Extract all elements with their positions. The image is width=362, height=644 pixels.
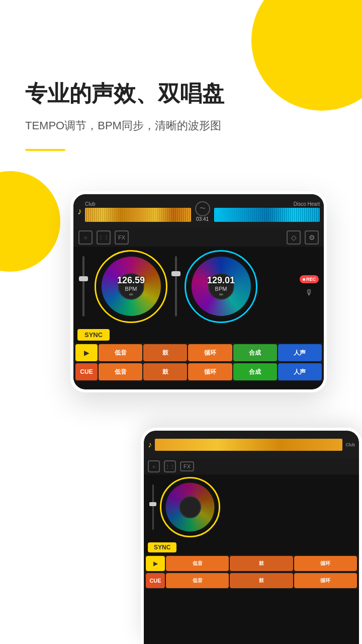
- fader-left[interactable]: [77, 251, 89, 321]
- dj2-fx-btn[interactable]: FX: [180, 461, 194, 471]
- music-note-icon: ♪: [77, 206, 82, 217]
- track-name-left: Club: [85, 201, 191, 207]
- dj2-play-button[interactable]: ▶: [146, 556, 165, 571]
- turntable-left[interactable]: 126.59 BPM ✏: [95, 250, 167, 323]
- dj2-controls-row: ○ ⋮⋮ FX: [144, 458, 359, 474]
- dj2-sync-area: SYNC: [144, 540, 359, 555]
- pad-synth-1[interactable]: 合成: [233, 344, 277, 361]
- fader-track-left: [82, 256, 84, 316]
- waveform-bar: ♪ Club 〜 03:41 Disco Heart: [73, 194, 324, 228]
- bpm-display-left: 126.59 BPM ✏: [117, 275, 145, 297]
- fader-handle-left: [79, 276, 88, 281]
- dj2-waveform-bar: ♪ Club: [144, 431, 359, 458]
- dj2-sync-button[interactable]: SYNC: [148, 542, 176, 552]
- turntables-area: 126.59 BPM ✏ REC: [73, 247, 324, 326]
- cue-button[interactable]: CUE: [75, 363, 98, 380]
- pad-row-2: CUE 低音 鼓 循环 合成 人声: [73, 362, 324, 381]
- dj2-music-icon: ♪: [148, 440, 152, 449]
- dj2-pad-3[interactable]: 循环: [294, 556, 357, 571]
- bpm-display-right: 129.01 BPM ✏: [207, 275, 235, 297]
- play-button[interactable]: ▶: [75, 344, 98, 361]
- dj2-fader-track: [152, 485, 154, 530]
- dj2-turntables-area: [144, 474, 359, 540]
- dj2-loop-btn[interactable]: ○: [148, 460, 160, 472]
- settings-btn[interactable]: ⚙: [305, 230, 319, 245]
- mic-icon[interactable]: 🎙: [305, 288, 313, 297]
- pad-bass-1[interactable]: 低音: [99, 344, 142, 361]
- page-subtitle: TEMPO调节，BPM同步，清晰的波形图: [25, 117, 337, 134]
- dj2-pad-6[interactable]: 循环: [294, 573, 357, 588]
- pad-drum-1[interactable]: 鼓: [143, 344, 187, 361]
- fader-track-mid: [175, 256, 177, 316]
- phone-mockup-main: ♪ Club 〜 03:41 Disco Heart ○ ⋮⋮ FX: [70, 191, 327, 392]
- dj2-track-label: Club: [345, 442, 355, 447]
- dj2-waveform-visual: [155, 439, 342, 451]
- turntable-disc-left: 126.59 BPM ✏: [95, 250, 167, 323]
- dj2-pad-4[interactable]: 低音: [166, 573, 229, 588]
- rec-button[interactable]: REC: [300, 275, 319, 283]
- bg-decoration-left: [0, 171, 60, 272]
- dj-interface-secondary: ♪ Club ○ ⋮⋮ FX SYNC ▶ 低音: [144, 431, 359, 644]
- dj2-pad-2[interactable]: 鼓: [230, 556, 293, 571]
- eq-control-btn[interactable]: ⋮⋮: [97, 230, 111, 245]
- dj2-pad-5[interactable]: 鼓: [230, 573, 293, 588]
- pad-drum-2[interactable]: 鼓: [143, 363, 187, 380]
- pad-loop-1[interactable]: 循环: [188, 344, 232, 361]
- waveform-visual-right: [214, 208, 320, 222]
- rec-mic-area: REC 🎙: [300, 275, 319, 297]
- diamond-btn[interactable]: ◇: [287, 230, 301, 245]
- text-section: 专业的声效、双唱盘 TEMPO调节，BPM同步，清晰的波形图: [0, 80, 362, 151]
- dj2-cue-button[interactable]: CUE: [146, 573, 165, 588]
- fx-control-btn[interactable]: FX: [115, 230, 129, 245]
- turntable-disc-right: 129.01 BPM ✏: [185, 250, 257, 323]
- waveform-center-icon: 〜: [195, 201, 210, 216]
- dj2-pad-row-2: CUE 低音 鼓 循环: [144, 572, 359, 589]
- waveform-right: Disco Heart: [214, 201, 320, 222]
- pad-row-1: ▶ 低音 鼓 循环 合成 人声: [73, 343, 324, 362]
- waveform-left: Club: [85, 201, 191, 222]
- sync-button[interactable]: SYNC: [77, 329, 110, 341]
- fader-mid[interactable]: [171, 251, 180, 321]
- waveform-visual-left: [85, 208, 191, 222]
- track-name-right: Disco Heart: [214, 201, 320, 207]
- dj2-pad-row-1: ▶ 低音 鼓 循环: [144, 555, 359, 572]
- pad-loop-2[interactable]: 循环: [188, 363, 232, 380]
- rec-dot-icon: [303, 278, 305, 281]
- page-title: 专业的声效、双唱盘: [25, 80, 337, 107]
- dj2-pad-1[interactable]: 低音: [166, 556, 229, 571]
- loop-control-btn[interactable]: ○: [78, 230, 93, 245]
- dj2-turntable-disc[interactable]: [160, 477, 220, 537]
- fader-handle-mid: [171, 271, 180, 276]
- pad-vocal-2[interactable]: 人声: [278, 363, 322, 380]
- dj2-fader-handle: [149, 502, 156, 506]
- sync-area: SYNC: [73, 326, 324, 343]
- turntable-right[interactable]: 129.01 BPM ✏: [185, 250, 257, 323]
- time-display: 〜 03:41: [195, 201, 210, 222]
- dj-app-screen: ♪ Club 〜 03:41 Disco Heart ○ ⋮⋮ FX: [73, 194, 324, 389]
- controls-row: ○ ⋮⋮ FX ◇ ⚙: [73, 228, 324, 247]
- accent-line: [25, 149, 65, 151]
- pad-vocal-1[interactable]: 人声: [278, 344, 322, 361]
- dj2-eq-btn[interactable]: ⋮⋮: [164, 460, 176, 472]
- dj-interface-main: ♪ Club 〜 03:41 Disco Heart ○ ⋮⋮ FX: [73, 194, 324, 389]
- phone-mockup-secondary: ♪ Club ○ ⋮⋮ FX SYNC ▶ 低音: [141, 428, 362, 644]
- pad-synth-2[interactable]: 合成: [233, 363, 277, 380]
- dj2-fader-left[interactable]: [148, 482, 158, 532]
- pad-bass-2[interactable]: 低音: [99, 363, 142, 380]
